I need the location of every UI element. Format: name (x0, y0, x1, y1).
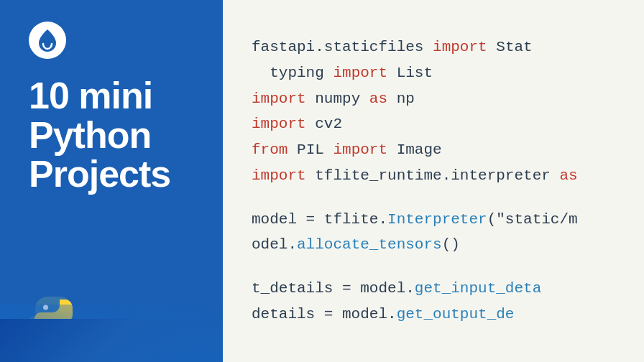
accent-strip (0, 319, 223, 362)
blank-line-2 (252, 258, 622, 276)
code-line-7: model = tflite.Interpreter("static/m (252, 207, 622, 233)
right-panel: fastapi.staticfiles import Stat typing i… (223, 0, 644, 362)
code-line-8: odel.allocate_tensors() (252, 232, 622, 258)
code-line-9: t_details = model.get_input_deta (252, 276, 622, 302)
title-line3: Projects (29, 153, 170, 195)
code-line-2: typing import List (252, 60, 622, 86)
svg-rect-2 (52, 305, 55, 317)
code-line-1: fastapi.staticfiles import Stat (252, 34, 622, 60)
left-panel: 10 mini Python Projects (0, 0, 223, 362)
title-line2: Python (29, 114, 151, 156)
main-title: 10 mini Python Projects (29, 76, 201, 194)
title-line1: 10 mini (29, 75, 152, 116)
code-line-4: import cv2 (252, 111, 622, 137)
svg-point-5 (43, 305, 48, 310)
logo-circle (29, 22, 66, 59)
code-line-5: from PIL import Image (252, 137, 622, 163)
code-line-6: import tflite_runtime.interpreter as (252, 163, 622, 189)
brand-logo-icon (35, 28, 60, 52)
code-display: fastapi.staticfiles import Stat typing i… (223, 0, 644, 362)
code-line-10: details = model.get_output_de (252, 302, 622, 328)
blank-line-1 (252, 189, 622, 207)
code-line-3: import numpy as np (252, 86, 622, 112)
